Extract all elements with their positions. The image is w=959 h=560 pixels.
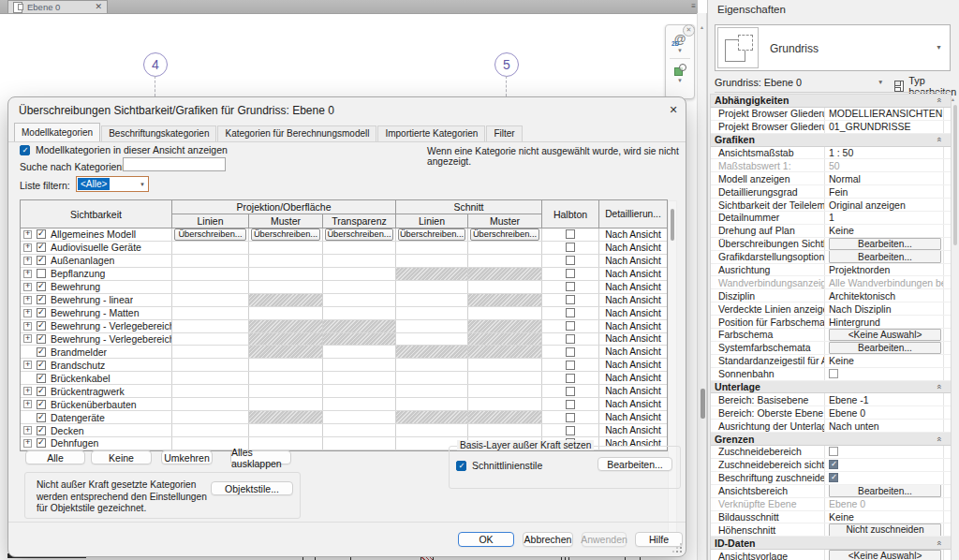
- property-value[interactable]: Ebene 0: [825, 406, 943, 419]
- show-model-categories-checkbox[interactable]: [20, 145, 30, 155]
- halftone-checkbox[interactable]: [566, 426, 575, 435]
- base-layer-edit-button[interactable]: Bearbeiten...: [598, 457, 672, 471]
- override-cell-cl[interactable]: [396, 385, 468, 397]
- category-cell[interactable]: Brandmelder: [21, 346, 172, 358]
- filter-list-combobox[interactable]: <Alle> ▼: [76, 176, 149, 192]
- override-cell-pl[interactable]: [172, 333, 249, 346]
- collapse-chevron-icon[interactable]: «: [934, 436, 943, 441]
- override-cell-pm[interactable]: [249, 424, 323, 436]
- expand-icon[interactable]: [23, 243, 32, 252]
- property-value[interactable]: Original anzeigen: [825, 199, 943, 211]
- detail-level-cell[interactable]: Nach Ansicht: [599, 398, 667, 410]
- override-cell-pl[interactable]: [172, 359, 249, 371]
- object-styles-button[interactable]: Objektstile...: [211, 481, 293, 495]
- override-cell-pl[interactable]: Überschreiben...: [172, 228, 249, 241]
- halftone-cell[interactable]: [542, 372, 599, 384]
- override-cell-pt[interactable]: [323, 346, 396, 358]
- expand-icon[interactable]: [23, 439, 32, 448]
- override-cell-pm[interactable]: [249, 411, 323, 423]
- category-visibility-checkbox[interactable]: [37, 387, 46, 396]
- instance-selector-dropdown-icon[interactable]: ▼: [878, 79, 883, 85]
- navigation-bar[interactable]: ✕ @2D ▼ ▼: [665, 24, 695, 99]
- property-value[interactable]: 01_GRUNDRISSE: [825, 121, 943, 133]
- detail-level-cell[interactable]: Nach Ansicht: [599, 307, 667, 319]
- property-value[interactable]: Alle Wandverbindungen be...: [825, 276, 943, 288]
- category-cell[interactable]: Bewehrung - Verlegebereich ...: [21, 320, 172, 332]
- expand-icon[interactable]: [23, 309, 32, 317]
- override-cell-pl[interactable]: [172, 320, 249, 332]
- category-cell[interactable]: Dehnfugen: [21, 437, 172, 449]
- override-cell-cl[interactable]: [396, 359, 468, 371]
- override-cell-cm[interactable]: [468, 411, 542, 423]
- halftone-cell[interactable]: [542, 268, 599, 280]
- category-cell[interactable]: Brückenkabel: [21, 372, 172, 384]
- property-value[interactable]: Projektnorden: [825, 264, 943, 276]
- override-cell-cm[interactable]: [468, 268, 542, 280]
- override-cell-pt[interactable]: Überschreiben...: [323, 228, 396, 241]
- override-cell-pm[interactable]: [249, 359, 323, 371]
- property-value[interactable]: Bearbeiten...: [825, 342, 943, 354]
- override-cell-cm[interactable]: [468, 346, 542, 358]
- category-visibility-checkbox[interactable]: [37, 361, 46, 370]
- category-visibility-checkbox[interactable]: [37, 269, 46, 278]
- detail-level-cell[interactable]: Nach Ansicht: [599, 346, 667, 358]
- override-cell-pl[interactable]: [172, 398, 249, 410]
- cut-line-styles-checkbox[interactable]: [456, 461, 466, 471]
- override-cell-pl[interactable]: [172, 294, 249, 306]
- property-section-header[interactable]: Grenzen«: [711, 433, 951, 446]
- override-cell-pt[interactable]: [323, 385, 396, 397]
- category-cell[interactable]: Bepflanzung: [21, 268, 172, 280]
- search-category-input[interactable]: [123, 157, 226, 171]
- halftone-checkbox[interactable]: [566, 387, 575, 396]
- override-cell-cm[interactable]: [468, 255, 542, 267]
- override-cell-cl[interactable]: [396, 255, 468, 267]
- override-cell-cl[interactable]: [396, 242, 468, 254]
- instance-selector-label[interactable]: Grundriss: Ebene 0: [715, 77, 802, 88]
- override-cell-pm[interactable]: [249, 255, 323, 267]
- zoom-dropdown-icon[interactable]: ▼: [677, 78, 683, 83]
- expand-icon[interactable]: [23, 361, 32, 369]
- override-cell-pt[interactable]: [323, 437, 396, 449]
- property-value[interactable]: Bearbeiten...: [825, 251, 943, 263]
- override-cell-pt[interactable]: [323, 398, 396, 410]
- override-cell-cm[interactable]: Überschreiben...: [468, 228, 542, 241]
- expand-all-button[interactable]: Alles ausklappen: [230, 450, 291, 464]
- canvas-scrollbar[interactable]: ▲: [697, 13, 707, 560]
- detail-level-cell[interactable]: Nach Ansicht: [599, 372, 667, 384]
- steering-wheel-icon[interactable]: @2D: [672, 33, 687, 46]
- halftone-cell[interactable]: [542, 228, 599, 241]
- property-value[interactable]: Nach unten: [825, 420, 943, 432]
- property-value[interactable]: Bearbeiten...: [825, 238, 943, 250]
- property-edit-button[interactable]: Bearbeiten...: [829, 251, 941, 263]
- category-visibility-checkbox[interactable]: [37, 282, 46, 291]
- property-value[interactable]: Nicht zuschneiden: [825, 523, 943, 536]
- type-selector[interactable]: Grundriss ▼: [715, 24, 951, 71]
- override-cell-pt[interactable]: [323, 320, 396, 332]
- halftone-cell[interactable]: [542, 255, 599, 267]
- property-section-header[interactable]: Abhängigkeiten«: [711, 95, 951, 108]
- properties-scroll-up-icon[interactable]: ▲: [951, 96, 955, 102]
- property-value[interactable]: Keine: [825, 511, 943, 523]
- dialog-close-icon[interactable]: ✕: [665, 102, 682, 117]
- override-cell-pt[interactable]: [323, 255, 396, 267]
- override-button[interactable]: Überschreiben...: [251, 228, 320, 241]
- halftone-checkbox[interactable]: [566, 308, 575, 317]
- override-cell-pt[interactable]: [323, 307, 396, 319]
- halftone-checkbox[interactable]: [566, 361, 575, 370]
- override-cell-pm[interactable]: Überschreiben...: [249, 228, 323, 241]
- category-visibility-checkbox[interactable]: [37, 413, 46, 422]
- override-cell-cl[interactable]: [396, 333, 468, 346]
- dialog-tab-kategorien-f-r-berechnungsmodell[interactable]: Kategorien für Berechnungsmodell: [217, 125, 376, 141]
- property-edit-button[interactable]: Bearbeiten...: [829, 485, 941, 497]
- property-edit-button[interactable]: Bearbeiten...: [829, 342, 941, 354]
- detail-level-cell[interactable]: Nach Ansicht: [599, 255, 667, 267]
- halftone-checkbox[interactable]: [566, 321, 575, 331]
- property-edit-button[interactable]: <Keine Auswahl>: [829, 550, 941, 560]
- property-value[interactable]: 50: [825, 159, 943, 171]
- override-cell-cl[interactable]: [396, 320, 468, 332]
- property-value[interactable]: Keine: [825, 225, 943, 237]
- override-cell-cm[interactable]: [468, 307, 542, 319]
- override-cell-pl[interactable]: [172, 242, 249, 254]
- category-visibility-checkbox[interactable]: [37, 243, 46, 252]
- dialog-title-bar[interactable]: Überschreibungen Sichtbarkeit/Grafiken f…: [8, 97, 686, 122]
